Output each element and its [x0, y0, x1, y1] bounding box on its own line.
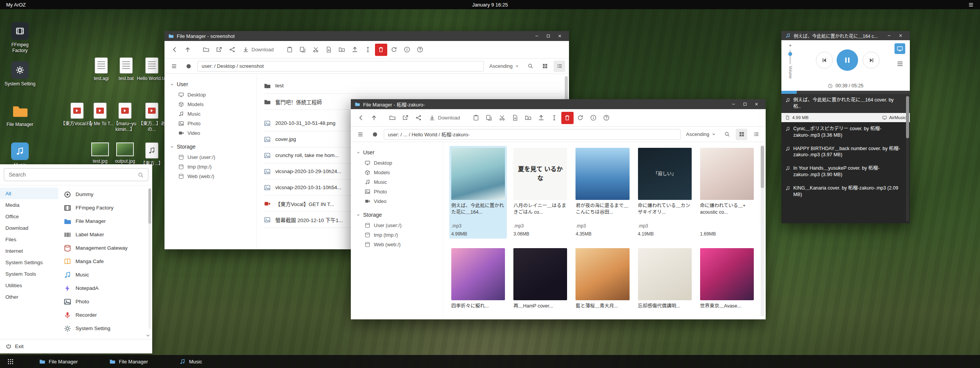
- app-item-label-maker[interactable]: Label Maker: [58, 228, 152, 241]
- refresh-button[interactable]: [574, 112, 587, 124]
- sort-dropdown[interactable]: Ascending: [487, 63, 521, 69]
- paste-button[interactable]: [284, 44, 296, 56]
- app-item-file-manager[interactable]: File Manager: [58, 214, 152, 228]
- close-button[interactable]: [895, 31, 906, 40]
- app-item-management-gateway[interactable]: Management Gateway: [58, 241, 152, 255]
- grid-item[interactable]: 四季折々に擬れ...: [449, 246, 507, 324]
- scrollbar-thumb[interactable]: [148, 188, 151, 224]
- open-button[interactable]: [386, 112, 398, 124]
- sidebar-item-photo[interactable]: Photo: [351, 187, 443, 196]
- sidebar-item-models[interactable]: Models: [351, 168, 443, 177]
- grid-item[interactable]: 命に嫌われている＿+ acoustic co... 1.69MB: [698, 146, 756, 239]
- now-playing-item[interactable]: 例えば、今此処に置かれた花に＿164 cover. by 柘..: [781, 94, 910, 113]
- search-input[interactable]: [4, 168, 148, 181]
- sidebar-item-music[interactable]: Music: [351, 177, 443, 187]
- download-button[interactable]: Download: [425, 112, 464, 124]
- desktop-shortcut-ffmpeg[interactable]: FFmpeg Factory: [3, 22, 37, 54]
- desktop-shortcut-file-manager[interactable]: File Manager: [3, 103, 37, 128]
- maximize-button[interactable]: [543, 32, 554, 40]
- sidebar-toggle-button[interactable]: [355, 129, 366, 140]
- upload-button[interactable]: [535, 112, 548, 124]
- sidebar-section-storage[interactable]: Storage: [351, 209, 443, 221]
- dark-mode-toggle[interactable]: [369, 129, 381, 140]
- sidebar-item-web-drive[interactable]: Web (web:/): [164, 172, 257, 181]
- playlist-item[interactable]: In Your Hands＿yusukeP cover. by 柘榴-zakur…: [781, 162, 910, 182]
- sidebar-item-tmp-drive[interactable]: tmp (tmp:/): [351, 230, 443, 240]
- window-titlebar[interactable]: 例えば、今此処に置かれた花に＿164 c...: [781, 31, 910, 40]
- sidebar-item-web-drive[interactable]: Web (web:/): [351, 240, 443, 249]
- grid-item[interactable]: 夏を見て いるかな 八月のレイニー＿はるまきごはん co... .mp3 3.0…: [511, 146, 569, 239]
- app-item-manga-cafe[interactable]: Manga Cafe: [58, 255, 152, 268]
- minimize-button[interactable]: [884, 31, 894, 40]
- volume-track[interactable]: [789, 50, 791, 64]
- grid-view-button[interactable]: [539, 61, 551, 72]
- grid-view-button[interactable]: [736, 129, 747, 140]
- rename-button[interactable]: [362, 44, 374, 56]
- cut-button[interactable]: [496, 112, 508, 124]
- app-launcher-button[interactable]: [5, 356, 16, 367]
- sidebar-section-user[interactable]: User: [351, 147, 443, 158]
- up-button[interactable]: [368, 112, 380, 124]
- app-item-music[interactable]: Music: [58, 268, 152, 281]
- category-internet[interactable]: Internet: [0, 245, 58, 257]
- category-system-tools[interactable]: System Tools: [0, 268, 58, 280]
- sidebar-item-desktop[interactable]: Desktop: [164, 90, 257, 100]
- sidebar-section-user[interactable]: User: [164, 79, 257, 90]
- desktop-video-file[interactable]: 【東方...】あの...: [135, 103, 169, 132]
- cut-button[interactable]: [310, 44, 322, 56]
- airmusic-badge[interactable]: AirMusic: [882, 115, 906, 120]
- new-folder-button[interactable]: [336, 44, 348, 56]
- category-download[interactable]: Download: [0, 222, 58, 234]
- new-file-button[interactable]: [509, 112, 521, 124]
- open-in-new-button[interactable]: [213, 44, 225, 56]
- list-view-button[interactable]: [554, 61, 565, 72]
- copy-button[interactable]: [297, 44, 309, 56]
- share-button[interactable]: [226, 44, 238, 56]
- close-button[interactable]: [751, 100, 762, 108]
- scrollbar-thumb[interactable]: [906, 96, 909, 138]
- close-button[interactable]: [554, 32, 565, 40]
- paste-button[interactable]: [470, 112, 482, 124]
- app-item-ffmpeg-factory[interactable]: FFmpeg Factory: [58, 201, 152, 214]
- cast-button[interactable]: [894, 43, 905, 54]
- search-button[interactable]: [721, 129, 733, 140]
- copy-button[interactable]: [483, 112, 495, 124]
- delete-button[interactable]: [561, 112, 574, 124]
- category-office[interactable]: Office: [0, 211, 58, 222]
- sidebar-toggle-button[interactable]: [168, 61, 180, 72]
- grid-item[interactable]: 忘却感傷代償講明...: [636, 246, 694, 324]
- category-system-settings[interactable]: System Settings: [0, 257, 58, 268]
- maximize-button[interactable]: [740, 100, 750, 108]
- delete-button[interactable]: [375, 44, 387, 56]
- new-folder-button[interactable]: [522, 112, 534, 124]
- new-file-button[interactable]: [323, 44, 335, 56]
- open-in-new-button[interactable]: [399, 112, 411, 124]
- playlist-item[interactable]: HAPPY BIRTHDAY＿back number cover. by 柘榴-…: [781, 142, 910, 162]
- properties-button[interactable]: [587, 112, 600, 124]
- back-button[interactable]: [355, 112, 367, 124]
- scrollbar[interactable]: [148, 188, 151, 329]
- properties-button[interactable]: [401, 44, 413, 56]
- pause-button[interactable]: [837, 49, 858, 71]
- player-menu-button[interactable]: [896, 60, 904, 67]
- scroll-more-indicator[interactable]: [145, 333, 151, 338]
- grid-item[interactable]: 藍と薄桜＿青大月...: [574, 246, 631, 324]
- grid-item[interactable]: 君が夜の海に還るまで＿こんにちは谷田... .mp3 4.35MB: [574, 146, 631, 239]
- sidebar-item-user-drive[interactable]: User (user:/): [351, 221, 443, 230]
- taskbar-item-file-manager-2[interactable]: File Manager: [104, 356, 171, 367]
- app-item-recorder[interactable]: Recorder: [58, 308, 152, 322]
- minimize-button[interactable]: [531, 32, 542, 40]
- help-button[interactable]: [414, 44, 426, 56]
- window-titlebar[interactable]: File Manager - screenshot: [164, 31, 569, 41]
- app-item-system-setting[interactable]: System Setting: [58, 322, 152, 335]
- category-media[interactable]: Media: [0, 199, 58, 211]
- sidebar-item-video[interactable]: Video: [351, 196, 443, 206]
- scrollbar-thumb[interactable]: [761, 146, 764, 188]
- rename-button[interactable]: [548, 112, 561, 124]
- scrollbar[interactable]: [761, 145, 764, 316]
- sidebar-item-models[interactable]: Models: [164, 100, 257, 109]
- sidebar-item-video[interactable]: Video: [164, 128, 257, 138]
- upload-button[interactable]: [349, 44, 361, 56]
- back-button[interactable]: [168, 44, 181, 56]
- sidebar-item-user-drive[interactable]: User (user:/): [164, 152, 257, 162]
